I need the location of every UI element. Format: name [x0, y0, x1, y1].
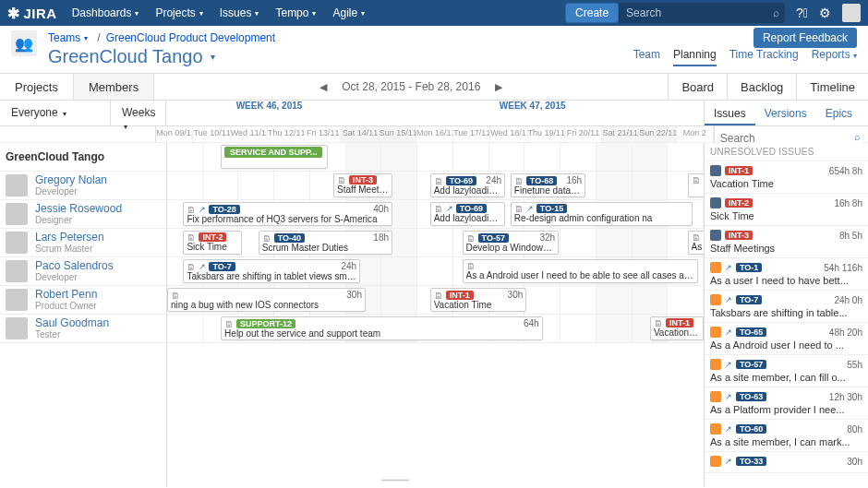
- issue-item[interactable]: INT-1654h 8hVacation Time: [705, 161, 868, 194]
- task-card[interactable]: 🗎SUPPORT-1264hHelp out the service and s…: [221, 316, 543, 340]
- drag-handle[interactable]: [390, 232, 392, 254]
- issue-key: TO-7: [209, 262, 235, 271]
- task-card[interactable]: 🗎As a Android user I need to be able to …: [463, 259, 699, 283]
- member-row[interactable]: Lars PetersenScrum Master: [0, 229, 166, 257]
- task-card[interactable]: 🗎TO-4018hScrum Master Duties: [259, 231, 392, 255]
- project-row[interactable]: GreenCloud Tango: [0, 143, 166, 172]
- date-prev[interactable]: ◀: [319, 81, 327, 93]
- nav-tempo[interactable]: Tempo▾: [268, 3, 323, 23]
- task-card[interactable]: 🗎TO-5732hDevelop a Windows Mobile app f.…: [463, 231, 560, 255]
- task-card[interactable]: 🗎IN: [688, 173, 704, 197]
- scrollbar[interactable]: ━━━━━: [381, 475, 409, 485]
- task-card[interactable]: SERVICE AND SUPP...: [221, 145, 328, 169]
- help-icon[interactable]: ?⃝: [796, 6, 808, 20]
- nav-projects[interactable]: Projects▾: [148, 3, 210, 23]
- task-card[interactable]: 🗎↗TO-2840hFix performance of HQ3 servers…: [183, 202, 392, 226]
- drag-handle[interactable]: [239, 232, 242, 254]
- drag-handle[interactable]: [502, 203, 505, 225]
- drag-handle[interactable]: [357, 260, 360, 282]
- drag-handle[interactable]: [390, 203, 392, 225]
- drag-handle[interactable]: [363, 289, 366, 311]
- filter-scale[interactable]: Weeks ▾: [111, 101, 166, 125]
- drag-handle[interactable]: [325, 146, 328, 168]
- task-hours: 64h: [524, 318, 539, 328]
- issue-key: TO-69: [456, 204, 487, 213]
- issue-item[interactable]: ↗TO-33 30h: [705, 452, 868, 473]
- service-pill: SERVICE AND SUPP...: [224, 147, 322, 158]
- avatar: [6, 289, 28, 311]
- view-tab-team[interactable]: Team: [633, 48, 660, 66]
- task-card[interactable]: 🗎TO-6924hAdd lazyloading 2 cus...: [430, 173, 505, 197]
- drag-handle[interactable]: [701, 317, 704, 339]
- issue-title: As a Platform provider I nee...: [710, 404, 862, 415]
- task-card[interactable]: 🗎↗TO-15Re-design admin configuration na: [511, 202, 693, 226]
- member-name: Robert Penn: [35, 289, 97, 301]
- nav-agile[interactable]: Agile▾: [325, 3, 372, 23]
- feedback-button[interactable]: Report Feedback: [753, 28, 857, 48]
- task-card[interactable]: 🗎INT-1Vacation Tim: [650, 316, 704, 340]
- task-title: Help out the service and support team: [224, 328, 539, 339]
- task-card[interactable]: 🗎↗TO-69Add lazyloading 2 customerview: [430, 202, 505, 226]
- issue-item[interactable]: INT-216h 8hSick Time: [705, 194, 868, 226]
- gear-icon[interactable]: ⚙: [819, 6, 831, 20]
- filter-people[interactable]: Everyone ▾: [0, 101, 111, 125]
- view-tab-planning[interactable]: Planning: [673, 48, 717, 66]
- member-row[interactable]: Robert PennProduct Owner: [0, 286, 166, 315]
- issue-item[interactable]: ↗TO-57 55hAs a site member, I can fill o…: [705, 355, 868, 387]
- task-card[interactable]: 🗎↗TO-724hTaksbars are shifting in tablet…: [183, 259, 360, 283]
- view-tab-reports[interactable]: Reports ▾: [812, 48, 857, 66]
- view-tab-time-tracking[interactable]: Time Tracking: [729, 48, 799, 66]
- search-icon[interactable]: ⌕: [773, 6, 779, 19]
- subnav-timeline[interactable]: Timeline: [796, 74, 868, 100]
- drag-handle[interactable]: [390, 174, 392, 196]
- drag-handle[interactable]: [524, 289, 526, 311]
- member-row[interactable]: Paco SalendrosDeveloper: [0, 257, 166, 286]
- panel-tab-issues[interactable]: Issues: [705, 101, 755, 125]
- subnav-backlog[interactable]: Backlog: [727, 74, 796, 100]
- date-next[interactable]: ▶: [495, 81, 502, 93]
- task-card[interactable]: 🗎INT-130hVacation Time: [430, 288, 527, 312]
- task-card[interactable]: 🗎As: [688, 231, 704, 255]
- panel-tab-epics[interactable]: Epics: [816, 101, 862, 125]
- drag-handle[interactable]: [695, 260, 698, 282]
- task-title: Re-design admin configuration na: [514, 213, 690, 223]
- list-icon[interactable]: ☰: [862, 101, 868, 125]
- drag-handle[interactable]: [502, 174, 505, 196]
- subnav-members[interactable]: Members: [74, 74, 154, 100]
- issue-item[interactable]: ↗TO-6548h 20hAs a Android user I need to…: [705, 323, 868, 355]
- subnav-board[interactable]: Board: [668, 74, 727, 100]
- drag-handle[interactable]: [540, 317, 543, 339]
- doc-icon: 🗎: [224, 319, 234, 328]
- issue-item[interactable]: INT-38h 5hStaff Meetings: [705, 226, 868, 258]
- create-button[interactable]: Create: [565, 3, 619, 23]
- subnav-projects[interactable]: Projects: [0, 74, 74, 100]
- issue-item[interactable]: ↗TO-154h 116hAs a user I need to have be…: [705, 258, 868, 291]
- drag-handle[interactable]: [690, 203, 693, 225]
- task-card[interactable]: 🗎INT-3Staff Meeti...: [333, 173, 392, 197]
- search-icon[interactable]: ⌕: [854, 131, 861, 142]
- issue-key: TO-57: [736, 360, 766, 369]
- title-dropdown[interactable]: ▾: [211, 52, 215, 62]
- search-input[interactable]: [619, 3, 785, 23]
- issue-item[interactable]: ↗TO-724h 0hTaksbars are shifting in tabl…: [705, 291, 868, 323]
- member-row[interactable]: Gregory NolanDeveloper: [0, 172, 166, 200]
- nav-dashboards[interactable]: Dashboards▾: [65, 3, 147, 23]
- task-card[interactable]: 🗎INT-2Sick Time: [183, 231, 242, 255]
- drag-handle[interactable]: [583, 174, 585, 196]
- nav-issues[interactable]: Issues▾: [212, 3, 267, 23]
- member-row[interactable]: Saul GoodmanTester: [0, 315, 166, 343]
- issue-item[interactable]: ↗TO-6312h 30hAs a Platform provider I ne…: [705, 387, 868, 420]
- drag-handle[interactable]: [556, 232, 559, 254]
- panel-tab-versions[interactable]: Versions: [755, 101, 816, 125]
- member-row[interactable]: Jessie RosewoodDesigner: [0, 200, 166, 229]
- avatar: [6, 232, 28, 254]
- issue-item[interactable]: ↗TO-60 80hAs a site member, I can mark..…: [705, 420, 868, 452]
- user-avatar[interactable]: [842, 4, 861, 22]
- task-card[interactable]: 🗎TO-6816hFinetune datahandlin...: [511, 173, 585, 197]
- day-header: Tue 17/11: [453, 126, 490, 142]
- issues-search-input[interactable]: [720, 130, 862, 147]
- breadcrumb-root[interactable]: Teams: [48, 31, 80, 44]
- task-card[interactable]: 🗎30hning a bug with new IOS connectors: [167, 288, 366, 312]
- jira-logo[interactable]: JIRA: [7, 5, 57, 22]
- breadcrumb-path[interactable]: GreenCloud Product Development: [106, 31, 275, 44]
